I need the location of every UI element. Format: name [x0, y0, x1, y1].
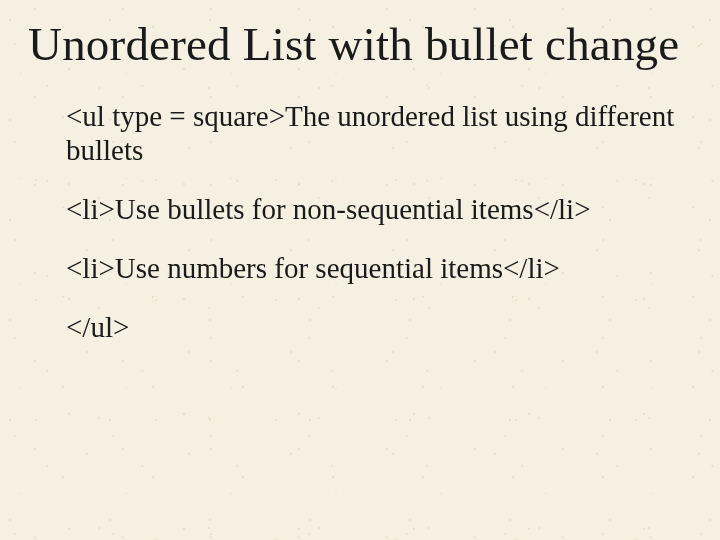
slide-title: Unordered List with bullet change — [28, 18, 692, 71]
code-line: <li>Use numbers for sequential items</li… — [66, 251, 692, 286]
slide-body: <ul type = square>The unordered list usi… — [28, 99, 692, 345]
code-line: <ul type = square>The unordered list usi… — [66, 99, 692, 169]
code-line: </ul> — [66, 310, 692, 345]
code-line: <li>Use bullets for non-sequential items… — [66, 192, 692, 227]
